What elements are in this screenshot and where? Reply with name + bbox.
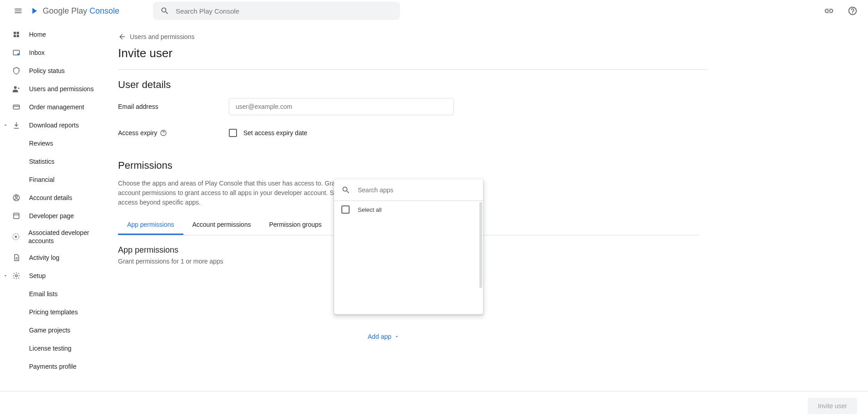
svg-point-2 (14, 86, 17, 89)
svg-rect-3 (13, 105, 20, 109)
logo-text: Google Play Console (43, 6, 119, 16)
access-expiry-checkbox-label: Set access expiry date (243, 129, 307, 137)
popup-scrollbar[interactable] (479, 202, 482, 313)
sidebar-item-associated-accounts[interactable]: Associated developer accounts (0, 225, 118, 249)
sidebar-item-home[interactable]: Home (0, 25, 118, 44)
sidebar-item-label: License testing (29, 345, 71, 352)
sidebar-item-label: Activity log (29, 254, 59, 261)
sidebar-item-account-details[interactable]: Account details (0, 189, 118, 207)
select-all-label: Select all (358, 206, 382, 213)
apps-icon (12, 30, 20, 39)
search-apps-popup: Select all (334, 179, 483, 314)
sidebar-item-label: Developer page (29, 212, 74, 220)
search-icon (160, 6, 169, 15)
play-icon (29, 6, 39, 16)
svg-rect-7 (14, 213, 19, 219)
chevron-down-icon (3, 122, 8, 128)
access-expiry-checkbox[interactable] (229, 129, 237, 137)
menu-icon (14, 6, 23, 15)
sidebar-item-download-reports[interactable]: Download reports (0, 116, 118, 134)
network-icon (12, 233, 20, 241)
download-icon (12, 121, 20, 129)
sidebar-item-payments-profile[interactable]: Payments profile (0, 357, 118, 376)
sidebar-item-label: Home (29, 31, 46, 38)
sidebar-item-label: Users and permissions (29, 85, 94, 93)
sidebar-item-label: Order management (29, 103, 84, 111)
sidebar-item-developer-page[interactable]: Developer page (0, 207, 118, 225)
sidebar: Home Inbox Policy status Users and permi… (0, 22, 118, 420)
shield-icon (12, 67, 20, 75)
sidebar-item-pricing-templates[interactable]: Pricing templates (0, 303, 118, 321)
gear-icon (12, 272, 20, 280)
page-title: Invite user (118, 46, 699, 60)
email-field[interactable] (229, 98, 454, 115)
users-icon (12, 85, 20, 93)
chevron-down-icon (3, 273, 8, 278)
help-circle-icon[interactable] (160, 129, 167, 137)
sidebar-item-label: Associated developer accounts (28, 229, 111, 245)
access-expiry-label: Access expiry (118, 129, 229, 137)
user-details-title: User details (118, 79, 699, 91)
link-icon (824, 6, 834, 16)
sidebar-item-users-permissions[interactable]: Users and permissions (0, 80, 118, 98)
sidebar-item-label: Game projects (29, 327, 70, 334)
search-apps-input[interactable] (357, 186, 476, 194)
divider (118, 69, 708, 70)
link-button[interactable] (821, 3, 837, 19)
tab-app-permissions[interactable]: App permissions (118, 215, 183, 235)
sidebar-item-label: Pricing templates (29, 308, 78, 316)
sidebar-item-reviews[interactable]: Reviews (0, 134, 118, 152)
sidebar-item-order-management[interactable]: Order management (0, 98, 118, 116)
sidebar-item-label: Setup (29, 272, 46, 279)
sidebar-item-inbox[interactable]: Inbox (0, 44, 118, 62)
person-circle-icon (12, 194, 20, 202)
email-label: Email address (118, 103, 229, 110)
sidebar-item-game-projects[interactable]: Game projects (0, 321, 118, 339)
invite-user-button[interactable]: Invite user (808, 398, 857, 414)
card-icon (12, 103, 20, 111)
sidebar-item-label: Download reports (29, 122, 79, 129)
hamburger-menu-button[interactable] (7, 0, 29, 22)
sidebar-item-email-lists[interactable]: Email lists (0, 285, 118, 303)
help-button[interactable] (844, 3, 861, 19)
sidebar-item-financial[interactable]: Financial (0, 171, 118, 189)
select-all-row[interactable]: Select all (334, 201, 483, 218)
tab-permission-groups[interactable]: Permission groups (260, 215, 331, 235)
search-bar[interactable] (153, 2, 400, 20)
footer-bar: Invite user (0, 391, 868, 420)
svg-point-6 (15, 196, 18, 198)
sidebar-item-setup[interactable]: Setup (0, 267, 118, 285)
search-input[interactable] (175, 7, 393, 15)
sidebar-item-label: Policy status (29, 67, 65, 74)
sidebar-item-label: Reviews (29, 140, 53, 147)
sidebar-item-label: Account details (29, 194, 72, 201)
document-icon (12, 254, 20, 262)
svg-point-10 (15, 236, 17, 238)
sidebar-item-label: Inbox (29, 49, 44, 56)
page-icon (12, 212, 20, 220)
dropdown-arrow-icon (394, 334, 399, 339)
sidebar-item-label: Statistics (29, 158, 54, 165)
breadcrumb-back[interactable]: Users and permissions (118, 29, 699, 44)
svg-point-1 (17, 54, 20, 56)
sidebar-item-label: Payments profile (29, 363, 76, 370)
select-all-checkbox[interactable] (341, 205, 350, 214)
sidebar-item-label: Financial (29, 176, 54, 183)
search-icon (341, 186, 350, 195)
help-icon (848, 6, 858, 16)
arrow-left-icon (118, 33, 126, 41)
svg-point-13 (15, 275, 18, 277)
play-console-logo[interactable]: Google Play Console (29, 6, 119, 16)
add-app-button[interactable]: Add app (232, 333, 536, 340)
tab-account-permissions[interactable]: Account permissions (183, 215, 260, 235)
breadcrumb-label: Users and permissions (130, 33, 194, 40)
sidebar-item-statistics[interactable]: Statistics (0, 152, 118, 171)
sidebar-item-label: Email lists (29, 290, 58, 298)
inbox-icon (12, 49, 20, 57)
permissions-title: Permissions (118, 160, 699, 171)
sidebar-item-activity-log[interactable]: Activity log (0, 249, 118, 267)
sidebar-item-policy-status[interactable]: Policy status (0, 62, 118, 80)
sidebar-item-license-testing[interactable]: License testing (0, 339, 118, 357)
